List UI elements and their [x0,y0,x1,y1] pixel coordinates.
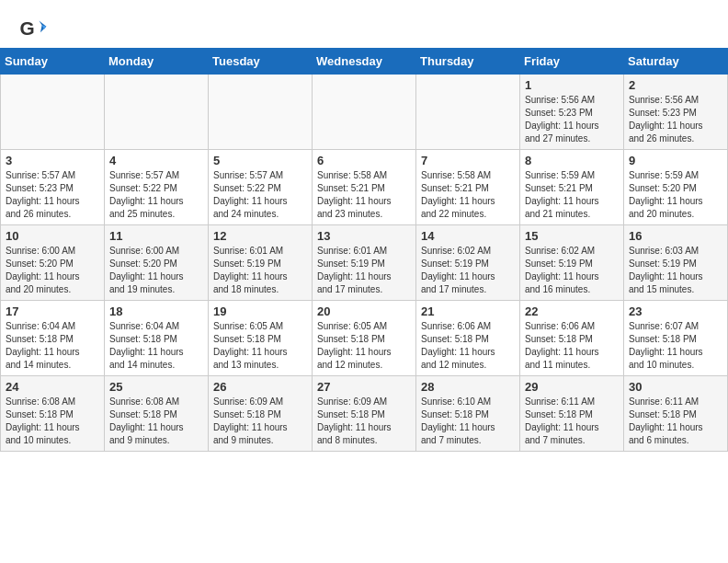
day-number: 30 [629,380,722,394]
day-info: Sunrise: 6:03 AM Sunset: 5:19 PM Dayligh… [629,245,722,296]
day-info: Sunrise: 6:06 AM Sunset: 5:18 PM Dayligh… [525,320,619,372]
calendar-cell: 28Sunrise: 6:10 AM Sunset: 5:18 PM Dayli… [416,376,520,452]
calendar-cell: 21Sunrise: 6:06 AM Sunset: 5:18 PM Dayli… [416,301,520,376]
day-info: Sunrise: 5:59 AM Sunset: 5:20 PM Dayligh… [629,169,722,221]
calendar-cell: 25Sunrise: 6:08 AM Sunset: 5:18 PM Dayli… [105,376,209,452]
calendar-cell: 1Sunrise: 5:56 AM Sunset: 5:23 PM Daylig… [520,75,624,150]
day-info: Sunrise: 6:04 AM Sunset: 5:18 PM Dayligh… [6,320,99,372]
day-info: Sunrise: 6:04 AM Sunset: 5:18 PM Dayligh… [109,320,203,372]
calendar-cell: 29Sunrise: 6:11 AM Sunset: 5:18 PM Dayli… [520,376,624,452]
header-row: SundayMondayTuesdayWednesdayThursdayFrid… [1,49,728,75]
calendar-header-friday: Friday [520,49,624,75]
day-number: 18 [109,304,203,318]
day-info: Sunrise: 6:00 AM Sunset: 5:20 PM Dayligh… [109,245,203,296]
day-info: Sunrise: 6:08 AM Sunset: 5:18 PM Dayligh… [6,396,99,447]
day-info: Sunrise: 6:02 AM Sunset: 5:19 PM Dayligh… [525,245,619,296]
day-info: Sunrise: 6:01 AM Sunset: 5:19 PM Dayligh… [213,245,307,296]
calendar-cell [105,75,209,150]
day-number: 14 [421,229,515,243]
day-info: Sunrise: 5:58 AM Sunset: 5:21 PM Dayligh… [317,169,411,221]
day-info: Sunrise: 5:56 AM Sunset: 5:23 PM Dayligh… [525,94,619,145]
calendar-cell: 30Sunrise: 6:11 AM Sunset: 5:18 PM Dayli… [624,376,728,452]
day-info: Sunrise: 5:59 AM Sunset: 5:21 PM Dayligh… [525,169,619,221]
day-info: Sunrise: 6:00 AM Sunset: 5:20 PM Dayligh… [6,245,99,296]
logo-icon: G [18,15,48,44]
logo: G [18,15,51,44]
day-info: Sunrise: 6:10 AM Sunset: 5:18 PM Dayligh… [421,396,515,447]
day-info: Sunrise: 5:58 AM Sunset: 5:21 PM Dayligh… [421,169,515,221]
day-number: 23 [629,304,722,318]
day-info: Sunrise: 6:01 AM Sunset: 5:19 PM Dayligh… [317,245,411,296]
day-number: 4 [109,154,203,167]
calendar-cell: 26Sunrise: 6:09 AM Sunset: 5:18 PM Dayli… [209,376,313,452]
day-number: 5 [213,154,307,167]
day-number: 15 [525,229,619,243]
day-number: 10 [6,229,99,243]
day-info: Sunrise: 6:05 AM Sunset: 5:18 PM Dayligh… [213,320,307,372]
calendar-cell: 22Sunrise: 6:06 AM Sunset: 5:18 PM Dayli… [520,301,624,376]
day-number: 8 [525,154,619,167]
day-info: Sunrise: 6:09 AM Sunset: 5:18 PM Dayligh… [317,396,411,447]
day-info: Sunrise: 6:11 AM Sunset: 5:18 PM Dayligh… [525,396,619,447]
calendar-cell: 3Sunrise: 5:57 AM Sunset: 5:23 PM Daylig… [1,150,105,225]
calendar-cell: 16Sunrise: 6:03 AM Sunset: 5:19 PM Dayli… [624,225,728,301]
calendar-cell: 12Sunrise: 6:01 AM Sunset: 5:19 PM Dayli… [209,225,313,301]
day-number: 20 [317,304,411,318]
calendar-cell [1,75,105,150]
day-number: 7 [421,154,515,167]
day-number: 24 [6,380,99,394]
day-info: Sunrise: 6:07 AM Sunset: 5:18 PM Dayligh… [629,320,722,372]
day-info: Sunrise: 6:02 AM Sunset: 5:19 PM Dayligh… [421,245,515,296]
calendar-cell: 17Sunrise: 6:04 AM Sunset: 5:18 PM Dayli… [1,301,105,376]
calendar-cell: 6Sunrise: 5:58 AM Sunset: 5:21 PM Daylig… [313,150,416,225]
day-number: 1 [525,78,619,92]
calendar-cell: 5Sunrise: 5:57 AM Sunset: 5:22 PM Daylig… [209,150,313,225]
calendar-cell: 15Sunrise: 6:02 AM Sunset: 5:19 PM Dayli… [520,225,624,301]
calendar-cell: 18Sunrise: 6:04 AM Sunset: 5:18 PM Dayli… [105,301,209,376]
day-number: 26 [213,380,307,394]
day-number: 11 [109,229,203,243]
day-number: 13 [317,229,411,243]
calendar-row-0: 1Sunrise: 5:56 AM Sunset: 5:23 PM Daylig… [1,75,728,150]
calendar-header-saturday: Saturday [624,49,728,75]
day-number: 6 [317,154,411,167]
calendar-header-tuesday: Tuesday [209,49,313,75]
day-info: Sunrise: 5:57 AM Sunset: 5:22 PM Dayligh… [109,169,203,221]
calendar-cell: 27Sunrise: 6:09 AM Sunset: 5:18 PM Dayli… [313,376,416,452]
calendar-header-monday: Monday [105,49,209,75]
day-number: 12 [213,229,307,243]
calendar-cell: 8Sunrise: 5:59 AM Sunset: 5:21 PM Daylig… [520,150,624,225]
calendar-header-sunday: Sunday [1,49,105,75]
day-number: 27 [317,380,411,394]
calendar-cell: 13Sunrise: 6:01 AM Sunset: 5:19 PM Dayli… [313,225,416,301]
day-info: Sunrise: 5:57 AM Sunset: 5:22 PM Dayligh… [213,169,307,221]
calendar-row-3: 17Sunrise: 6:04 AM Sunset: 5:18 PM Dayli… [1,301,728,376]
day-number: 17 [6,304,99,318]
day-info: Sunrise: 6:09 AM Sunset: 5:18 PM Dayligh… [213,396,307,447]
calendar-header-wednesday: Wednesday [313,49,416,75]
day-info: Sunrise: 5:57 AM Sunset: 5:23 PM Dayligh… [6,169,99,221]
calendar-cell: 20Sunrise: 6:05 AM Sunset: 5:18 PM Dayli… [313,301,416,376]
calendar-cell: 7Sunrise: 5:58 AM Sunset: 5:21 PM Daylig… [416,150,520,225]
day-number: 2 [629,78,722,92]
calendar-row-4: 24Sunrise: 6:08 AM Sunset: 5:18 PM Dayli… [1,376,728,452]
day-number: 21 [421,304,515,318]
calendar-cell: 24Sunrise: 6:08 AM Sunset: 5:18 PM Dayli… [1,376,105,452]
svg-text:G: G [20,17,35,39]
day-info: Sunrise: 6:05 AM Sunset: 5:18 PM Dayligh… [317,320,411,372]
calendar-cell: 14Sunrise: 6:02 AM Sunset: 5:19 PM Dayli… [416,225,520,301]
calendar-cell: 10Sunrise: 6:00 AM Sunset: 5:20 PM Dayli… [1,225,105,301]
calendar-cell: 23Sunrise: 6:07 AM Sunset: 5:18 PM Dayli… [624,301,728,376]
day-number: 16 [629,229,722,243]
day-number: 19 [213,304,307,318]
calendar-cell [209,75,313,150]
calendar-cell [313,75,416,150]
calendar-cell: 19Sunrise: 6:05 AM Sunset: 5:18 PM Dayli… [209,301,313,376]
day-number: 3 [6,154,99,167]
day-info: Sunrise: 6:11 AM Sunset: 5:18 PM Dayligh… [629,396,722,447]
day-number: 28 [421,380,515,394]
calendar-body: 1Sunrise: 5:56 AM Sunset: 5:23 PM Daylig… [1,75,728,452]
calendar-header-thursday: Thursday [416,49,520,75]
page-header: G [0,0,728,48]
day-number: 9 [629,154,722,167]
